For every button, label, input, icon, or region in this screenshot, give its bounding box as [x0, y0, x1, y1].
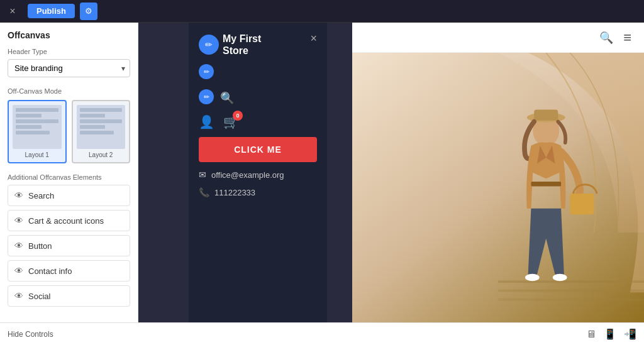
element-contact-label: Contact info [28, 266, 72, 276]
offcanvas-header: ✏ My FirstStore × [199, 33, 317, 57]
element-button-label: Button [28, 241, 52, 251]
search-icon: 🔍 [220, 91, 234, 105]
desktop-icon[interactable]: 🖥 [586, 328, 596, 340]
sidebar-item-search[interactable]: 👁 Search [8, 185, 130, 206]
mock-bar [16, 119, 58, 123]
edit-badge-icon[interactable]: ✏ [199, 64, 214, 79]
preview-area: 🔍 ≡ [352, 23, 644, 322]
search-edit-badge[interactable]: ✏ [199, 89, 214, 104]
phone-icon: 📞 [199, 187, 209, 197]
svg-rect-2 [498, 290, 644, 292]
user-icon: 👤 [199, 114, 214, 129]
tablet-icon[interactable]: 📱 [604, 328, 616, 340]
header-type-select[interactable]: Site branding Logo Custom [8, 59, 130, 77]
preview-image [352, 53, 644, 322]
eye-icon: 👁 [14, 190, 23, 200]
sidebar: Offcanvas Header Type Site branding Logo… [0, 23, 138, 322]
offcanvas-mode-label: Off-Canvas Mode [8, 87, 130, 95]
mock-bar [80, 114, 106, 118]
layout-2-card[interactable]: Layout 2 [72, 100, 131, 163]
contact-email: office@example.org [211, 170, 284, 180]
svg-point-9 [553, 274, 567, 281]
layout-2-label: Layout 2 [77, 151, 126, 158]
svg-rect-6 [534, 110, 558, 121]
store-name: My FirstStore [223, 33, 261, 57]
layout-1-card[interactable]: Layout 1 [8, 100, 67, 163]
eye-icon: 👁 [14, 266, 23, 276]
top-bar: × Publish ⚙ [0, 0, 644, 23]
additional-elements-label: Additional Offcanvas Elements [8, 173, 130, 181]
main-layout: Offcanvas Header Type Site branding Logo… [0, 23, 644, 322]
bottom-bar: Hide Controls 🖥 📱 📲 [0, 322, 644, 345]
search-row: ✏ 🔍 [199, 89, 317, 107]
hide-controls-button[interactable]: Hide Controls [8, 330, 53, 339]
device-icons: 🖥 📱 📲 [586, 328, 636, 340]
layout-1-label: Layout 1 [13, 151, 62, 158]
mock-bar [16, 131, 50, 134]
svg-rect-7 [531, 182, 561, 187]
eye-icon: 👁 [14, 216, 23, 226]
svg-rect-10 [570, 194, 594, 214]
layout-options: Layout 1 Layout 2 [8, 100, 130, 163]
cart-wrapper: 🛒 0 [223, 114, 239, 129]
store-logo: ✏ My FirstStore [199, 33, 261, 57]
edit-icon: ✏ [205, 40, 213, 50]
svg-rect-3 [498, 298, 644, 301]
mock-bar [16, 114, 42, 118]
offcanvas-close-button[interactable]: × [310, 33, 317, 44]
click-me-button[interactable]: CLICK ME [199, 137, 317, 162]
layout-1-preview [13, 105, 62, 149]
element-cart-label: Cart & account icons [28, 216, 104, 226]
preview-search-icon[interactable]: 🔍 [599, 31, 613, 45]
mock-bar [16, 108, 58, 112]
canvas-area: ✏ My FirstStore × ✏ ✏ 🔍 👤 🛒 0 [138, 23, 644, 322]
preview-header: 🔍 ≡ [352, 23, 644, 53]
mock-bar [16, 125, 42, 129]
element-search-label: Search [28, 191, 54, 200]
edit-row: ✏ [199, 64, 317, 82]
cart-badge: 0 [233, 111, 243, 121]
mock-bar [80, 131, 114, 134]
contact-phone: 111222333 [214, 188, 255, 197]
contact-email-row: ✉ office@example.org [199, 170, 317, 180]
email-icon: ✉ [199, 170, 206, 180]
mock-bar [80, 108, 123, 112]
logo-circle: ✏ [199, 35, 219, 55]
mock-bar [80, 125, 106, 129]
cart-account-row: 👤 🛒 0 [199, 114, 317, 129]
header-type-select-wrapper: Site branding Logo Custom ▾ [8, 59, 130, 77]
eye-icon: 👁 [14, 291, 23, 301]
close-button[interactable]: × [5, 4, 20, 19]
sidebar-item-button[interactable]: 👁 Button [8, 235, 130, 256]
svg-rect-1 [498, 280, 644, 283]
sidebar-item-contact-info[interactable]: 👁 Contact info [8, 260, 130, 282]
publish-button[interactable]: Publish [28, 4, 75, 18]
mock-bar [80, 119, 123, 123]
sidebar-item-social[interactable]: 👁 Social [8, 285, 130, 307]
settings-button[interactable]: ⚙ [80, 3, 97, 20]
layout-2-preview [77, 105, 126, 149]
offcanvas-panel: ✏ My FirstStore × ✏ ✏ 🔍 👤 🛒 0 [189, 23, 327, 322]
contact-phone-row: 📞 111222333 [199, 187, 317, 197]
element-social-label: Social [28, 292, 50, 301]
preview-menu-icon[interactable]: ≡ [623, 30, 631, 46]
eye-icon: 👁 [14, 241, 23, 251]
sidebar-item-cart-account[interactable]: 👁 Cart & account icons [8, 210, 130, 231]
header-type-label: Header Type [8, 48, 130, 55]
sidebar-title: Offcanvas [8, 30, 130, 40]
svg-point-8 [525, 274, 540, 281]
mobile-icon[interactable]: 📲 [624, 328, 636, 340]
